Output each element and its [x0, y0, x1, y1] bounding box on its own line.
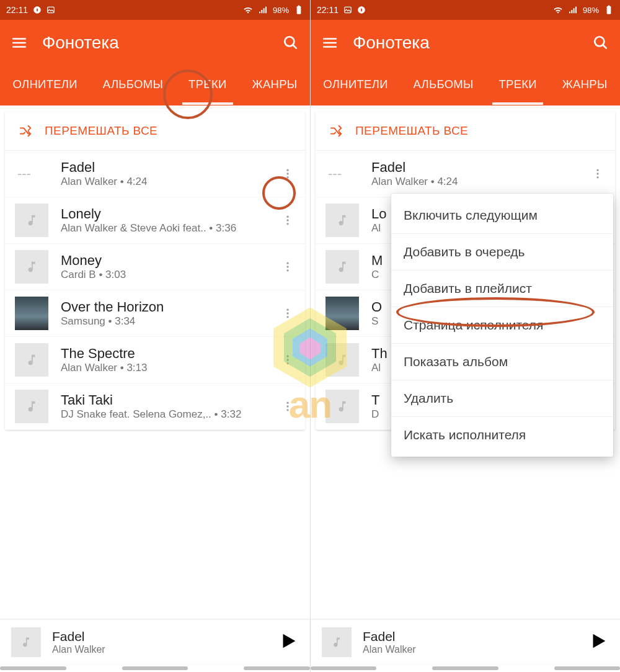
nav-pill[interactable] [311, 666, 376, 670]
search-icon[interactable] [283, 35, 299, 51]
nav-pill[interactable] [122, 666, 188, 670]
status-battery-pct: 98% [583, 6, 599, 15]
menu-item-show-album[interactable]: Показать альбом [391, 344, 613, 380]
track-more-button[interactable] [584, 168, 611, 180]
track-art: --- [326, 157, 359, 190]
menu-item-add-queue[interactable]: Добавить в очередь [391, 234, 613, 271]
search-icon[interactable] [593, 35, 609, 51]
svg-point-10 [286, 172, 288, 174]
now-playing-artist: Alan Walker [52, 644, 278, 655]
menu-item-search-artist[interactable]: Искать исполнителя [391, 417, 613, 453]
track-title: Fadel [371, 159, 584, 176]
track-art [326, 204, 359, 237]
more-vertical-icon [281, 354, 294, 366]
track-more-button[interactable] [274, 400, 301, 413]
tab-albums[interactable]: АЛЬБОМЫ [99, 66, 167, 102]
phone-right: 22:11 98% Фонотека ОЛНИТЕЛИ АЛЬБОМЫ ТРЕК… [310, 0, 620, 672]
menu-item-add-playlist[interactable]: Добавить в плейлист [391, 271, 613, 307]
menu-item-delete[interactable]: Удалить [391, 380, 613, 417]
svg-point-19 [286, 312, 288, 314]
track-more-button[interactable] [274, 354, 301, 366]
now-playing-bar[interactable]: Fadel Alan Walker [311, 620, 620, 665]
hamburger-icon[interactable] [322, 35, 338, 51]
status-time: 22:11 [6, 5, 28, 15]
svg-point-25 [286, 405, 288, 407]
tab-artists[interactable]: ОЛНИТЕЛИ [319, 66, 391, 102]
list-item[interactable]: The SpectreAlan Walker • 3:13 [5, 337, 305, 383]
nav-pill[interactable] [554, 666, 620, 670]
svg-point-32 [596, 169, 598, 171]
more-vertical-icon [281, 307, 294, 320]
svg-point-9 [286, 169, 288, 171]
svg-rect-29 [607, 6, 611, 14]
menu-item-play-next[interactable]: Включить следующим [391, 197, 613, 234]
track-art [15, 297, 48, 330]
track-art [326, 343, 359, 377]
play-icon [278, 630, 299, 652]
track-art [326, 390, 359, 423]
shuffle-all-button[interactable]: ПЕРЕМЕШАТЬ ВСЕ [5, 112, 305, 151]
play-button[interactable] [588, 630, 609, 654]
nav-pill[interactable] [0, 666, 66, 670]
list-item[interactable]: ---FadelAlan Walker • 4:24 [5, 151, 305, 197]
track-title: Fadel [61, 159, 274, 176]
nav-pill[interactable] [432, 666, 498, 670]
track-art [15, 343, 48, 377]
status-bar: 22:11 98% [311, 0, 620, 20]
tab-genres[interactable]: ЖАНРЫ [559, 66, 611, 102]
battery-icon [604, 5, 614, 15]
now-playing-bar[interactable]: Fadel Alan Walker [0, 620, 310, 665]
track-art: --- [15, 157, 48, 190]
nav-pill[interactable] [244, 666, 310, 670]
shuffle-icon [329, 124, 343, 138]
more-vertical-icon [281, 168, 294, 180]
track-art [326, 250, 359, 284]
svg-point-20 [286, 316, 288, 318]
music-note-icon [335, 353, 349, 367]
svg-point-22 [286, 359, 288, 361]
tab-tracks[interactable]: ТРЕКИ [185, 66, 231, 102]
track-subtitle: DJ Snake feat. Selena Gomez,.. • 3:32 [61, 408, 274, 421]
image-icon [343, 6, 352, 14]
track-title: Taki Taki [61, 392, 274, 408]
shuffle-all-button[interactable]: ПЕРЕМЕШАТЬ ВСЕ [316, 112, 615, 151]
now-playing-art [322, 627, 352, 657]
status-bar: 22:11 98% [0, 0, 310, 20]
more-vertical-icon [281, 261, 294, 273]
menu-item-artist-page[interactable]: Страница исполнителя [391, 307, 613, 344]
list-item[interactable]: MoneyCardi B • 3:03 [5, 244, 305, 290]
track-more-button[interactable] [274, 214, 301, 226]
compass-icon [357, 6, 366, 14]
track-art [15, 250, 48, 284]
more-vertical-icon [591, 168, 604, 180]
svg-point-15 [286, 262, 288, 264]
shuffle-label: ПЕРЕМЕШАТЬ ВСЕ [45, 124, 157, 138]
page-title: Фонотека [353, 33, 578, 53]
track-more-button[interactable] [274, 307, 301, 320]
music-note-icon [335, 213, 349, 227]
list-item[interactable]: Taki TakiDJ Snake feat. Selena Gomez,.. … [5, 383, 305, 430]
track-more-button[interactable] [274, 168, 301, 180]
battery-icon [294, 5, 304, 15]
track-subtitle: Cardi B • 3:03 [61, 269, 274, 281]
svg-point-11 [286, 176, 288, 178]
track-more-button[interactable] [274, 261, 301, 273]
list-item[interactable]: Over the HorizonSamsung • 3:34 [5, 290, 305, 337]
svg-rect-30 [608, 6, 610, 7]
tab-genres[interactable]: ЖАНРЫ [249, 66, 301, 102]
tab-tracks[interactable]: ТРЕКИ [495, 66, 541, 102]
track-subtitle: Alan Walker • 4:24 [371, 176, 584, 188]
now-playing-title: Fadel [52, 629, 278, 644]
tab-albums[interactable]: АЛЬБОМЫ [409, 66, 477, 102]
play-button[interactable] [278, 630, 299, 654]
music-note-icon [20, 636, 32, 648]
svg-point-34 [596, 176, 598, 178]
svg-point-18 [286, 309, 288, 311]
context-menu: Включить следующим Добавить в очередь До… [391, 194, 613, 457]
svg-point-21 [286, 356, 288, 357]
list-item[interactable]: ---FadelAlan Walker • 4:24 [316, 151, 615, 197]
list-item[interactable]: LonelyAlan Walker & Steve Aoki feat.. • … [5, 197, 305, 244]
tab-artists[interactable]: ОЛНИТЕЛИ [9, 66, 81, 102]
track-title: Lonely [61, 206, 274, 222]
hamburger-icon[interactable] [11, 35, 27, 51]
